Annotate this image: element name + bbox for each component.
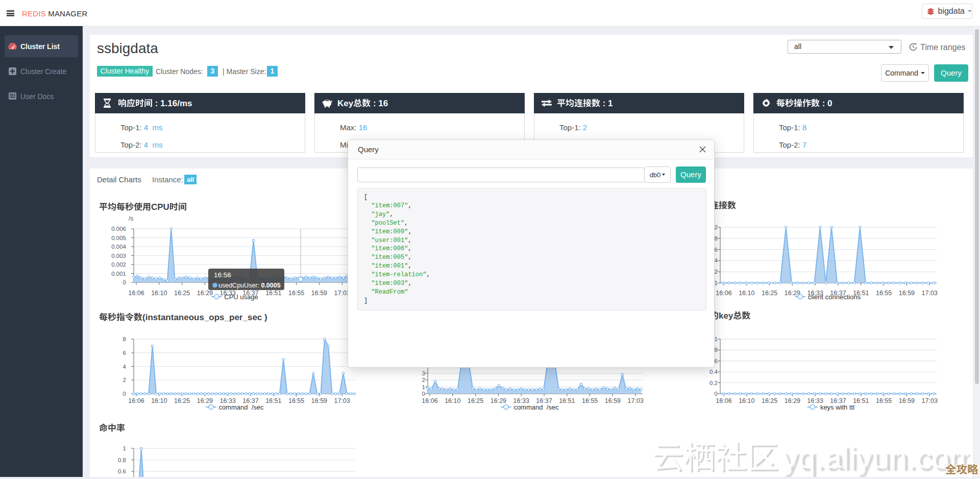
svg-text:16:59: 16:59 (605, 397, 621, 404)
svg-text:16:10: 16:10 (445, 397, 460, 404)
svg-text:CPU: CPU (151, 202, 169, 212)
svg-text:16:51: 16:51 (559, 397, 575, 404)
svg-text:0.2: 0.2 (709, 380, 718, 386)
svg-text:: 0: : 0 (820, 99, 832, 108)
svg-text:16:55: 16:55 (876, 290, 892, 297)
svg-text:16:56: 16:56 (214, 271, 231, 279)
svg-text:0: 0 (422, 391, 425, 397)
svg-text:1: 1 (715, 280, 718, 286)
svg-text:16:25: 16:25 (174, 290, 190, 297)
svg-text:1: 1 (422, 384, 425, 390)
svg-text:17:03: 17:03 (628, 397, 644, 404)
svg-text:0.005: 0.005 (111, 235, 126, 241)
svg-text:16:29: 16:29 (491, 397, 506, 404)
svg-text:16:51: 16:51 (265, 397, 281, 404)
svg-text:1: 1 (715, 336, 718, 342)
svg-text:16:51: 16:51 (853, 397, 869, 404)
svg-text:16:25: 16:25 (762, 397, 777, 404)
svg-text:16:06: 16:06 (716, 397, 731, 404)
svg-text:0.8: 0.8 (118, 457, 126, 463)
svg-text:0.006: 0.006 (111, 226, 126, 232)
svg-text:16:29: 16:29 (197, 290, 213, 297)
svg-text:16:25: 16:25 (174, 397, 190, 404)
svg-text:0.002: 0.002 (111, 261, 126, 268)
svg-text:: 1: : 1 (600, 99, 613, 108)
svg-text:1: 1 (123, 445, 126, 451)
svg-text:: 16: : 16 (371, 99, 388, 108)
svg-text:16:10: 16:10 (739, 290, 754, 297)
svg-text:command /sec: command /sec (513, 403, 559, 411)
svg-text:3: 3 (422, 370, 425, 376)
svg-text:16:25: 16:25 (468, 397, 483, 404)
svg-text:2: 2 (715, 224, 718, 230)
svg-text:8: 8 (123, 336, 126, 342)
svg-text:16:59: 16:59 (311, 397, 327, 404)
svg-text:4: 4 (123, 364, 127, 370)
svg-text:command /sec: command /sec (218, 403, 264, 411)
svg-text:16:55: 16:55 (876, 397, 892, 404)
svg-text:16:25: 16:25 (762, 290, 777, 297)
svg-text:2: 2 (123, 377, 126, 383)
svg-text:0.6: 0.6 (118, 468, 126, 474)
svg-text:2: 2 (422, 377, 425, 383)
svg-text:0: 0 (715, 391, 718, 397)
svg-text:0: 0 (123, 391, 126, 397)
svg-text:keys with ttl: keys with ttl (820, 403, 854, 411)
svg-text:17:03: 17:03 (334, 397, 350, 404)
svg-text:0.4: 0.4 (709, 369, 718, 375)
svg-text:16:10: 16:10 (739, 397, 754, 404)
svg-text:CPU usage: CPU usage (224, 293, 258, 301)
svg-text:16:10: 16:10 (151, 397, 167, 404)
svg-text:16:06: 16:06 (716, 290, 731, 297)
svg-text:16:06: 16:06 (128, 397, 144, 404)
svg-text:client connections: client connections (808, 293, 861, 301)
svg-text:16:10: 16:10 (151, 290, 167, 297)
svg-text:16:55: 16:55 (288, 397, 304, 404)
svg-text:16:06: 16:06 (128, 290, 144, 297)
svg-text:16:59: 16:59 (899, 290, 915, 297)
svg-text:(instantaneous_ops_per_sec ): (instantaneous_ops_per_sec ) (142, 313, 267, 322)
svg-text:: 1.16/ms: : 1.16/ms (153, 99, 192, 108)
svg-text:0.001: 0.001 (111, 271, 126, 277)
svg-text:17:03: 17:03 (922, 290, 938, 297)
svg-text:16:59: 16:59 (899, 397, 915, 404)
svg-text:16:55: 16:55 (288, 290, 304, 297)
svg-text:usedCpuUser: 0.0005: usedCpuUser: 0.0005 (218, 282, 281, 289)
svg-text:6: 6 (123, 350, 126, 356)
svg-text:0: 0 (123, 279, 126, 285)
svg-text:0.004: 0.004 (111, 244, 126, 250)
svg-text:16:29: 16:29 (785, 397, 800, 404)
svg-text:0.003: 0.003 (111, 253, 126, 259)
svg-text:16:29: 16:29 (197, 397, 213, 404)
svg-text:Key: Key (337, 99, 354, 108)
svg-text:key: key (719, 311, 733, 321)
svg-text:16:55: 16:55 (582, 397, 598, 404)
svg-text:16:06: 16:06 (422, 397, 437, 404)
svg-text:16:59: 16:59 (311, 290, 327, 297)
svg-text:16:51: 16:51 (265, 290, 281, 297)
svg-text:17:03: 17:03 (922, 397, 938, 404)
svg-text:/s: /s (129, 215, 133, 222)
